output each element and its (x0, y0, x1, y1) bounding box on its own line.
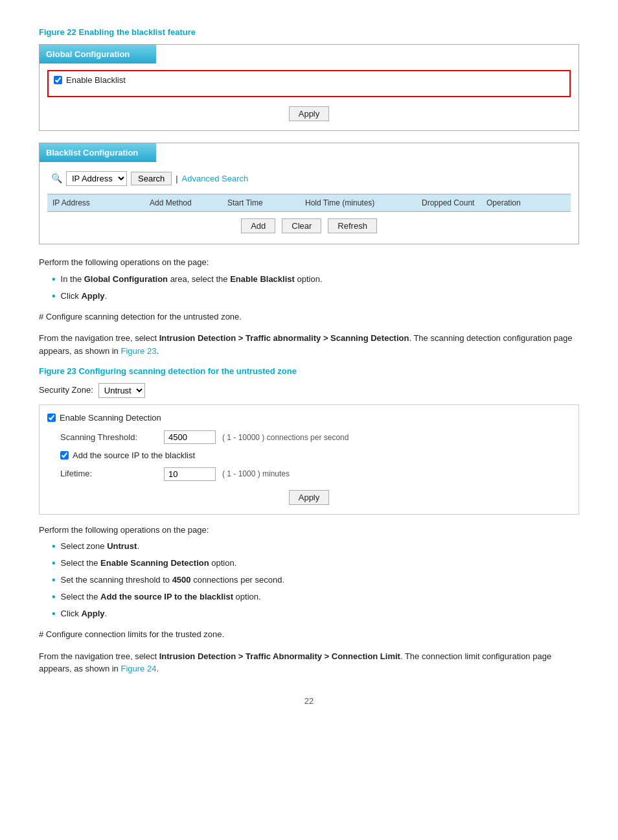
lifetime-hint: ( 1 - 1000 ) minutes (222, 468, 290, 480)
para2-nav: Intrusion Detection > Traffic abnormalit… (159, 333, 409, 343)
col-header-dropped: Dropped Count (417, 194, 481, 211)
lifetime-input[interactable] (164, 467, 216, 481)
blacklist-table-btn-row: Add Clear Refresh (47, 212, 571, 237)
fig23-apply-row: Apply (47, 486, 571, 508)
fig23-apply-button[interactable]: Apply (289, 490, 330, 505)
bullets1-list: • In the Global Configuration area, sele… (52, 273, 579, 304)
para3: Perform the following operations on the … (39, 524, 579, 537)
bullet-dot-7: • (52, 606, 56, 622)
refresh-button[interactable]: Refresh (328, 218, 377, 233)
bullet2-text1: Select zone Untrust. (61, 540, 139, 553)
bullet-dot-5: • (52, 572, 56, 588)
zone-select[interactable]: Untrust (98, 383, 145, 398)
bullet2-item1: • Select zone Untrust. (52, 540, 579, 554)
bullet-dot-2: • (52, 288, 56, 304)
para4-nav: Intrusion Detection > Traffic Abnormalit… (159, 651, 400, 661)
col-header-method: Add Method (144, 194, 222, 211)
fig23-scanning-box: Enable Scanning Detection Scanning Thres… (39, 404, 579, 515)
enable-blacklist-section: Enable Blacklist (47, 70, 571, 97)
add-source-row: Add the source IP to the blacklist (47, 449, 571, 462)
col-header-time: Start Time (222, 194, 300, 211)
bullet-dot-6: • (52, 589, 56, 605)
blacklist-search-row: 🔍 IP Address Search | Advanced Search (47, 169, 571, 189)
search-select[interactable]: IP Address (66, 171, 127, 186)
para2: From the navigation tree, select Intrusi… (39, 332, 579, 357)
figure22-title: Figure 22 Enabling the blacklist feature (39, 26, 579, 39)
bullet2-text5: Click Apply. (61, 607, 108, 620)
bullet1-text2: Click Apply. (61, 290, 108, 303)
scanning-threshold-row: Scanning Threshold: ( 1 - 10000 ) connec… (47, 430, 571, 444)
zone-label: Security Zone: (39, 384, 93, 397)
clear-button[interactable]: Clear (282, 218, 321, 233)
scanning-threshold-hint: ( 1 - 10000 ) connections per second (222, 432, 349, 443)
search-button[interactable]: Search (131, 172, 172, 185)
para2-end: . (156, 346, 159, 356)
advanced-search-link[interactable]: Advanced Search (182, 172, 249, 185)
bullet2-item5: • Click Apply. (52, 607, 579, 622)
para4-end: . (156, 664, 159, 673)
blacklist-table-header: IP Address Add Method Start Time Hold Ti… (47, 194, 571, 212)
add-source-label: Add the source IP to the blacklist (73, 449, 195, 462)
blacklist-config-box: Blacklist Configuration 🔍 IP Address Sea… (39, 143, 579, 245)
blacklist-config-body: 🔍 IP Address Search | Advanced Search IP… (40, 162, 578, 244)
bullet-dot-4: • (52, 555, 56, 571)
bullet1-text1: In the Global Configuration area, select… (61, 273, 323, 286)
scanning-threshold-label: Scanning Threshold: (60, 431, 164, 444)
para2-before: From the navigation tree, select (39, 333, 159, 343)
figure23-title: Figure 23 Configuring scanning detection… (39, 365, 579, 378)
scanning-threshold-input[interactable] (164, 430, 216, 444)
global-config-header: Global Configuration (40, 45, 156, 64)
bullet-dot-1: • (52, 272, 56, 287)
bullet2-text4: Select the Add the source IP to the blac… (61, 590, 261, 603)
bullet-dot-3: • (52, 539, 56, 554)
bullets2-list: • Select zone Untrust. • Select the Enab… (52, 540, 579, 622)
para1: Perform the following operations on the … (39, 256, 579, 269)
enable-blacklist-row: Enable Blacklist (54, 74, 569, 87)
bullet2-item2: • Select the Enable Scanning Detection o… (52, 557, 579, 571)
add-button[interactable]: Add (241, 218, 275, 233)
enable-blacklist-checkbox[interactable] (54, 76, 62, 84)
lifetime-row: Lifetime: ( 1 - 1000 ) minutes (47, 467, 571, 481)
figure24-link[interactable]: Figure 24 (120, 664, 156, 673)
bullet2-text3: Set the scanning threshold to 4500 conne… (61, 574, 284, 587)
bullet1-item1: • In the Global Configuration area, sele… (52, 273, 579, 287)
global-config-body: Enable Blacklist Apply (40, 64, 578, 130)
bullet2-item4: • Select the Add the source IP to the bl… (52, 590, 579, 605)
global-apply-button[interactable]: Apply (289, 106, 330, 121)
fig23-zone-row: Security Zone: Untrust (39, 383, 579, 398)
enable-scanning-label: Enable Scanning Detection (60, 412, 161, 425)
page-number: 22 (39, 695, 579, 708)
lifetime-label: Lifetime: (60, 467, 164, 480)
para4-before: From the navigation tree, select (39, 651, 159, 661)
global-apply-row: Apply (47, 101, 571, 124)
para4: From the navigation tree, select Intrusi… (39, 650, 579, 675)
enable-blacklist-label: Enable Blacklist (66, 74, 126, 87)
add-source-checkbox[interactable] (60, 451, 69, 460)
bullet2-text2: Select the Enable Scanning Detection opt… (61, 557, 237, 570)
global-config-box: Global Configuration Enable Blacklist Ap… (39, 44, 579, 131)
bullet1-item2: • Click Apply. (52, 290, 579, 304)
hash-line-1: # Configure scanning detection for the u… (39, 310, 579, 323)
hash-line-2: # Configure connection limits for the tr… (39, 628, 579, 641)
blacklist-config-header: Blacklist Configuration (40, 143, 156, 163)
enable-scanning-checkbox[interactable] (47, 414, 56, 422)
pipe-separator: | (176, 172, 177, 185)
col-header-op: Operation (481, 194, 571, 211)
col-header-hold: Hold Time (minutes) (300, 194, 417, 211)
bullet2-item3: • Set the scanning threshold to 4500 con… (52, 574, 579, 588)
col-header-ip: IP Address (47, 194, 144, 211)
search-icon: 🔍 (51, 172, 62, 185)
figure23-link[interactable]: Figure 23 (120, 346, 156, 356)
enable-scanning-row: Enable Scanning Detection (47, 412, 571, 425)
